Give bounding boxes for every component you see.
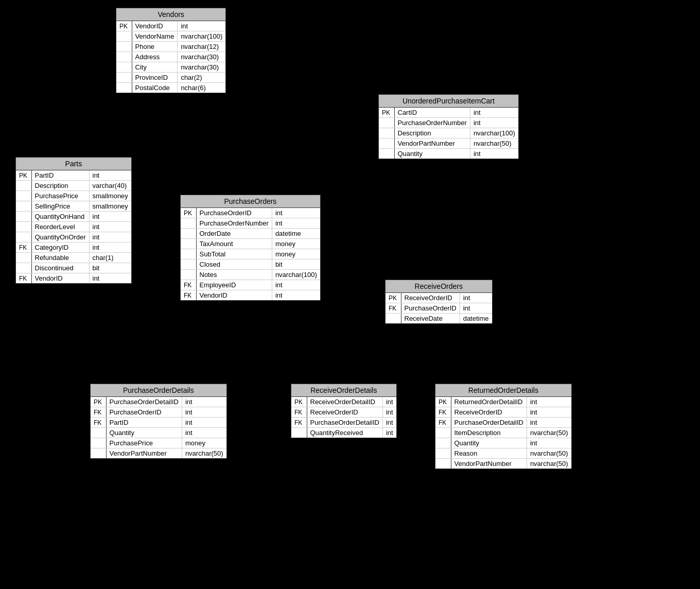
field-name-cell: PurchaseOrderID	[196, 208, 272, 218]
field-name-cell: CategoryID	[31, 242, 89, 253]
field-type-cell: int	[182, 407, 226, 418]
field-name-cell: ReceiveOrderID	[451, 407, 527, 418]
table-row: ReceiveDatedatetime	[386, 314, 492, 324]
table-row: Phonenvarchar(12)	[116, 42, 225, 52]
table-row: PurchaseOrderNumberint	[181, 218, 320, 229]
field-type-cell: int	[470, 108, 518, 118]
field-name-cell: Phone	[132, 42, 178, 52]
field-name-cell: ReceiveOrderDetailID	[307, 397, 382, 407]
table-row: ProvinceIDchar(2)	[116, 73, 225, 83]
field-name-cell: Closed	[196, 259, 272, 270]
table-title-receiveOrderDetails: ReceiveOrderDetails	[291, 384, 396, 397]
table-row: QuantityOnOrderint	[16, 232, 131, 242]
table-row: PKPurchaseOrderDetailIDint	[91, 397, 226, 407]
key-cell: FK	[291, 418, 307, 428]
table-purchaseOrderDetails: PurchaseOrderDetailsPKPurchaseOrderDetai…	[90, 384, 227, 459]
table-title-purchaseOrders: PurchaseOrders	[181, 195, 320, 208]
table-row: FKReceiveOrderIDint	[291, 407, 396, 418]
field-name-cell: PurchaseOrderID	[106, 407, 182, 418]
table-row: Quantityint	[435, 438, 571, 448]
key-cell	[116, 83, 132, 93]
key-cell	[16, 222, 31, 232]
key-cell	[16, 212, 31, 222]
field-type-cell: int	[272, 280, 320, 290]
field-type-cell: nvarchar(12)	[178, 42, 225, 52]
key-cell: FK	[181, 280, 196, 290]
key-cell	[16, 191, 31, 201]
table-row: PurchasePricemoney	[91, 438, 226, 448]
table-row: FKPartIDint	[91, 418, 226, 428]
key-cell	[16, 263, 31, 273]
field-type-cell: int	[182, 418, 226, 428]
field-type-cell: smallmoney	[89, 191, 131, 201]
table-row: PostalCodenchar(6)	[116, 83, 225, 93]
field-name-cell: PartID	[31, 170, 89, 181]
key-cell: PK	[291, 397, 307, 407]
key-cell: PK	[386, 293, 401, 303]
field-name-cell: Quantity	[394, 149, 470, 159]
table-title-receiveOrders: ReceiveOrders	[386, 280, 492, 293]
field-type-cell: datetime	[272, 229, 320, 239]
key-cell	[16, 253, 31, 263]
key-cell: PK	[379, 108, 394, 118]
field-name-cell: VendorPartNumber	[106, 448, 182, 459]
field-type-cell: int	[527, 418, 571, 428]
field-type-cell: int	[89, 232, 131, 242]
field-name-cell: SubTotal	[196, 249, 272, 259]
key-cell: PK	[91, 397, 106, 407]
key-cell	[91, 438, 106, 448]
key-cell	[181, 259, 196, 270]
field-name-cell: Discontinued	[31, 263, 89, 273]
field-type-cell: int	[89, 170, 131, 181]
table-row: PKVendorIDint	[116, 21, 225, 31]
field-name-cell: ReceiveOrderID	[307, 407, 382, 418]
field-type-cell: nvarchar(50)	[527, 428, 571, 438]
field-name-cell: PurchasePrice	[31, 191, 89, 201]
key-cell	[116, 31, 132, 42]
field-name-cell: PurchasePrice	[106, 438, 182, 448]
table-row: TaxAmountmoney	[181, 239, 320, 249]
field-type-cell: int	[272, 218, 320, 229]
field-name-cell: SellingPrice	[31, 201, 89, 212]
table-row: Reasonnvarchar(50)	[435, 448, 571, 459]
key-cell	[435, 438, 451, 448]
key-cell	[16, 232, 31, 242]
table-row: Notesnvarchar(100)	[181, 270, 320, 280]
field-name-cell: VendorName	[132, 31, 178, 42]
field-type-cell: nvarchar(50)	[527, 459, 571, 469]
field-name-cell: PurchaseOrderID	[401, 303, 460, 314]
key-cell: PK	[435, 397, 451, 407]
field-name-cell: PurchaseOrderDetailID	[451, 418, 527, 428]
table-row: QuantityOnHandint	[16, 212, 131, 222]
field-name-cell: PartID	[106, 418, 182, 428]
key-cell	[435, 448, 451, 459]
field-type-cell: nvarchar(100)	[178, 31, 225, 42]
table-row: FKPurchaseOrderDetailIDint	[435, 418, 571, 428]
field-type-cell: int	[182, 397, 226, 407]
key-cell	[16, 201, 31, 212]
field-type-cell: nvarchar(100)	[470, 128, 518, 138]
table-row: FKCategoryIDint	[16, 242, 131, 253]
field-name-cell: VendorID	[31, 273, 89, 284]
field-name-cell: ItemDescription	[451, 428, 527, 438]
field-name-cell: Quantity	[106, 428, 182, 438]
field-type-cell: nvarchar(30)	[178, 52, 225, 62]
field-name-cell: TaxAmount	[196, 239, 272, 249]
key-cell	[116, 42, 132, 52]
table-row: PKPartIDint	[16, 170, 131, 181]
field-name-cell: VendorID	[132, 21, 178, 31]
field-name-cell: Description	[394, 128, 470, 138]
field-type-cell: int	[470, 149, 518, 159]
field-type-cell: int	[182, 428, 226, 438]
field-type-cell: int	[527, 438, 571, 448]
table-row: PKReturnedOrderDetailIDint	[435, 397, 571, 407]
key-cell	[291, 428, 307, 438]
field-type-cell: int	[382, 428, 396, 438]
table-row: PurchasePricesmallmoney	[16, 191, 131, 201]
field-name-cell: Description	[31, 181, 89, 191]
table-row: FKPurchaseOrderIDint	[91, 407, 226, 418]
field-name-cell: ReturnedOrderDetailID	[451, 397, 527, 407]
table-row: Quantityint	[91, 428, 226, 438]
field-type-cell: int	[382, 397, 396, 407]
field-type-cell: int	[89, 212, 131, 222]
